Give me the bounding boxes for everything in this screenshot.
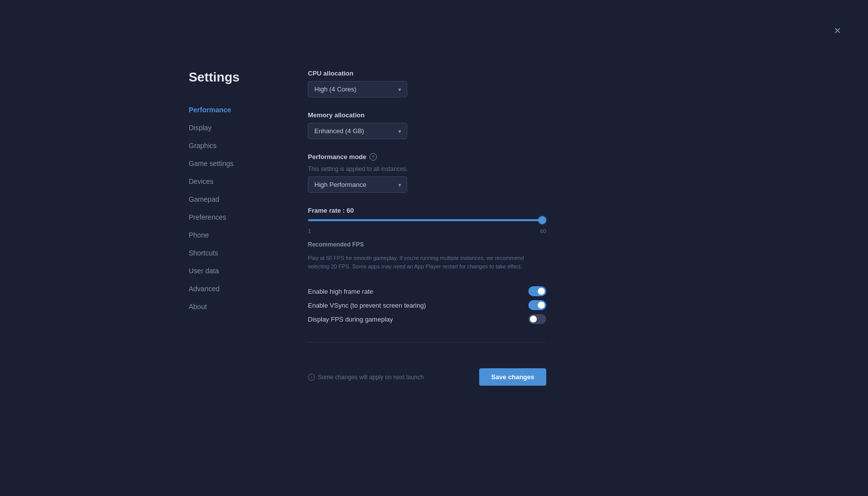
recommended-fps-label: Recommended FPS [308, 241, 546, 248]
slider-min-label: 1 [308, 228, 311, 234]
footer-divider [308, 342, 546, 342]
footer-info-icon: i [308, 374, 315, 381]
toggle-label-display-fps: Display FPS during gameplay [308, 316, 393, 323]
sidebar-item-performance[interactable]: Performance [189, 101, 278, 119]
sidebar-item-display[interactable]: Display [189, 119, 278, 137]
recommended-fps-desc: Play at 60 FPS for smooth gameplay. If y… [308, 254, 546, 270]
sidebar-item-graphics[interactable]: Graphics [189, 137, 278, 155]
performance-mode-sublabel: This setting is applied to all instances… [308, 165, 546, 172]
memory-allocation-select[interactable]: Low (1 GB)Medium (2 GB)Enhanced (4 GB)Hi… [308, 123, 407, 139]
toggle-row-high-frame-rate: Enable high frame rate [308, 284, 546, 298]
sidebar-item-shortcuts[interactable]: Shortcuts [189, 244, 278, 262]
footer-note: i Some changes will apply on next launch [308, 374, 424, 381]
slider-range-labels: 1 60 [308, 228, 546, 234]
footer-row: i Some changes will apply on next launch… [308, 362, 546, 386]
performance-mode-help-icon[interactable]: ? [369, 153, 377, 161]
slider-container [308, 219, 546, 221]
performance-mode-header: Performance mode ? [308, 153, 546, 161]
toggle-switch-display-fps[interactable] [528, 314, 546, 324]
sidebar-item-about[interactable]: About [189, 298, 278, 316]
toggle-switch-vsync[interactable] [528, 300, 546, 310]
sidebar-panel: Settings PerformanceDisplayGraphicsGame … [189, 70, 278, 386]
sidebar-item-advanced[interactable]: Advanced [189, 280, 278, 298]
sidebar-nav: PerformanceDisplayGraphicsGame settingsD… [189, 101, 278, 316]
sidebar-item-game-settings[interactable]: Game settings [189, 155, 278, 172]
settings-container: Settings PerformanceDisplayGraphicsGame … [189, 70, 546, 386]
close-button[interactable]: ✕ [830, 24, 844, 38]
sidebar-item-user-data[interactable]: User data [189, 262, 278, 280]
toggle-label-high-frame-rate: Enable high frame rate [308, 288, 373, 295]
performance-mode-group: Performance mode ? This setting is appli… [308, 153, 546, 193]
memory-allocation-label: Memory allocation [308, 111, 546, 119]
sidebar-item-devices[interactable]: Devices [189, 172, 278, 190]
save-changes-button[interactable]: Save changes [479, 368, 546, 386]
sidebar-item-gamepad[interactable]: Gamepad [189, 190, 278, 208]
toggle-label-vsync: Enable VSync (to prevent screen tearing) [308, 302, 426, 309]
performance-mode-label: Performance mode [308, 153, 366, 161]
cpu-allocation-group: CPU allocation Low (1 Core)Medium (2 Cor… [308, 70, 546, 97]
toggle-switch-high-frame-rate[interactable] [528, 286, 546, 296]
memory-allocation-select-wrapper: Low (1 GB)Medium (2 GB)Enhanced (4 GB)Hi… [308, 123, 407, 139]
frame-rate-label: Frame rate : 60 [308, 207, 546, 214]
content-panel: CPU allocation Low (1 Core)Medium (2 Cor… [308, 70, 546, 386]
frame-rate-slider[interactable] [308, 219, 546, 221]
performance-mode-select-wrapper: Power savingBalancedHigh Performance ▼ [308, 176, 407, 193]
toggles-group: Enable high frame rateEnable VSync (to p… [308, 284, 546, 326]
toggle-row-display-fps: Display FPS during gameplay [308, 312, 546, 326]
cpu-allocation-label: CPU allocation [308, 70, 546, 77]
cpu-allocation-select[interactable]: Low (1 Core)Medium (2 Cores)High (4 Core… [308, 81, 407, 97]
sidebar-item-preferences[interactable]: Preferences [189, 208, 278, 226]
sidebar-item-phone[interactable]: Phone [189, 226, 278, 244]
memory-allocation-group: Memory allocation Low (1 GB)Medium (2 GB… [308, 111, 546, 139]
toggle-row-vsync: Enable VSync (to prevent screen tearing) [308, 298, 546, 312]
performance-mode-select[interactable]: Power savingBalancedHigh Performance [308, 176, 407, 193]
frame-rate-section: Frame rate : 60 1 60 Recommended FPS Pla… [308, 207, 546, 270]
slider-max-label: 60 [540, 228, 546, 234]
footer-note-text: Some changes will apply on next launch [318, 374, 424, 381]
page-title: Settings [189, 70, 278, 85]
cpu-allocation-select-wrapper: Low (1 Core)Medium (2 Cores)High (4 Core… [308, 81, 407, 97]
